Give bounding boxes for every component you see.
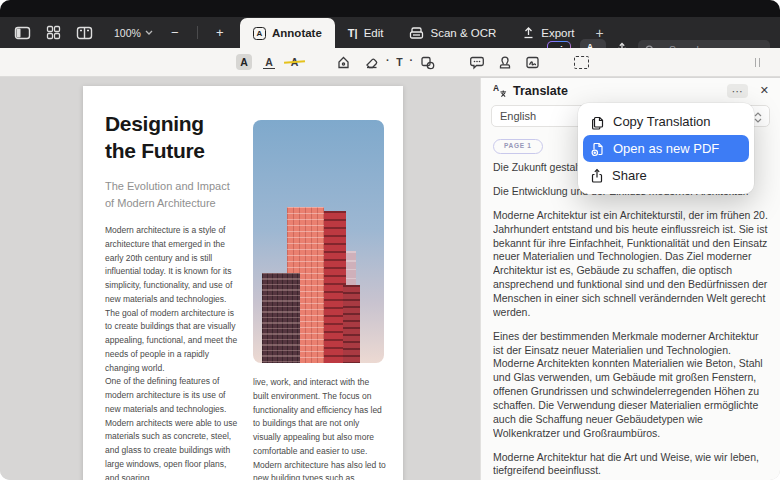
tab-edit[interactable]: T| Edit — [335, 18, 397, 48]
document-subtitle: The Evolution and Impact of Modern Archi… — [105, 178, 275, 212]
select-area-tool[interactable] — [573, 54, 590, 71]
annotate-icon: A — [253, 27, 266, 40]
paragraph: Modern architecture is a style of archit… — [105, 224, 239, 375]
translate-panel-header: A Translate ⋯ ✕ — [481, 78, 780, 103]
titlebar: 100% − + A Annotate T| Edit Scan & OCR — [0, 17, 780, 48]
toolbar-resize-handle[interactable] — [755, 58, 761, 67]
thumbnails-grid-icon[interactable] — [46, 25, 61, 40]
stamp-tool[interactable] — [496, 54, 513, 71]
text-box-tool[interactable]: T — [391, 54, 408, 71]
menu-item-label: Open as new PDF — [613, 141, 719, 156]
menu-item-share[interactable]: Share — [583, 162, 749, 189]
tab-edit-label: Edit — [364, 27, 384, 39]
new-pdf-icon — [590, 141, 605, 157]
zoom-level-value: 100% — [114, 27, 141, 39]
signature-tool[interactable] — [524, 54, 541, 71]
underline-tool[interactable]: A — [263, 55, 275, 69]
annotation-toolbar: A A A T — [0, 48, 780, 77]
share-icon — [590, 168, 604, 184]
tab-scan-ocr[interactable]: Scan & OCR — [396, 18, 509, 48]
menu-item-open-as-new-pdf[interactable]: Open as new PDF — [583, 135, 749, 162]
chevron-down-icon — [145, 30, 153, 35]
paragraph: One of the defining features of modern a… — [105, 375, 239, 480]
translate-panel-title: Translate — [513, 84, 568, 98]
document-right-column: live, work, and interact with the built … — [253, 376, 387, 480]
menu-item-label: Share — [612, 168, 647, 183]
titlebar-left-controls: 100% − + — [14, 17, 227, 48]
zoom-divider — [197, 26, 198, 39]
pdf-page[interactable]: Designing the Future The Evolution and I… — [83, 86, 403, 480]
edit-text-icon: T| — [348, 27, 358, 39]
translated-paragraph: Moderne Architektur hat die Art und Weis… — [493, 451, 768, 479]
close-panel-button[interactable]: ✕ — [760, 84, 769, 97]
zoom-in-button[interactable]: + — [213, 25, 227, 40]
translated-paragraph: Eines der bestimmenden Merkmale moderner… — [493, 330, 768, 441]
sidebar-toggle-icon[interactable] — [14, 25, 31, 41]
tab-annotate[interactable]: A Annotate — [240, 18, 335, 48]
page-view-icon[interactable] — [76, 25, 93, 41]
paragraph: live, work, and interact with the built … — [253, 376, 387, 480]
more-options-button[interactable]: ⋯ — [727, 84, 748, 98]
document-area: Designing the Future The Evolution and I… — [0, 78, 480, 480]
photo-dark-tower — [262, 273, 300, 363]
marker-tool[interactable] — [335, 54, 352, 71]
photo-red-lower — [343, 285, 360, 363]
tab-scan-ocr-label: Scan & OCR — [430, 27, 496, 39]
document-title: Designing the Future — [105, 110, 265, 165]
translated-paragraph: Moderne Architektur ist ein Architekturs… — [493, 209, 768, 320]
shapes-tool[interactable] — [419, 54, 436, 71]
strikethrough-tool[interactable]: A — [286, 54, 303, 71]
tab-annotate-label: Annotate — [272, 27, 322, 39]
translate-panel-icon: A — [492, 83, 507, 98]
titlebar-top-strip — [0, 0, 780, 17]
building-photo — [253, 120, 384, 363]
zoom-level-dropdown[interactable]: 100% — [114, 27, 153, 39]
export-arrow-icon — [522, 26, 535, 40]
eraser-tool[interactable] — [363, 54, 380, 71]
svg-text:A: A — [493, 83, 499, 93]
app-window: 100% − + A Annotate T| Edit Scan & OCR — [0, 0, 780, 480]
scanner-icon — [409, 26, 424, 40]
menu-item-copy-translation[interactable]: Copy Translation — [583, 108, 749, 135]
language-value: English — [500, 110, 536, 122]
zoom-out-button[interactable]: − — [168, 25, 182, 40]
comment-tool[interactable] — [468, 54, 485, 71]
menu-item-label: Copy Translation — [613, 114, 711, 129]
page-1-badge: PAGE 1 — [493, 139, 543, 155]
highlight-tool[interactable]: A — [236, 54, 252, 70]
document-left-column: Modern architecture is a style of archit… — [105, 224, 239, 480]
translate-options-menu: Copy Translation Open as new PDF Share — [578, 103, 754, 194]
copy-icon — [590, 114, 605, 130]
